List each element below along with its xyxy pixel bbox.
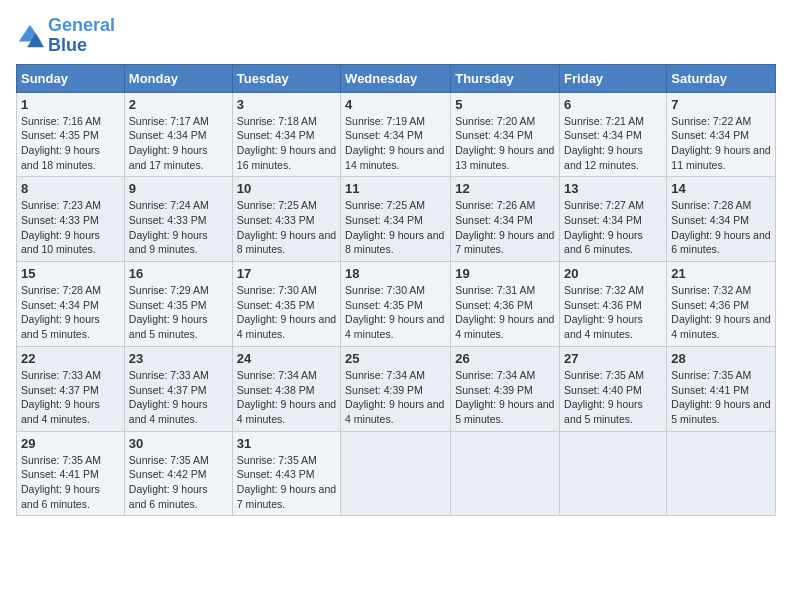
day-info: Sunrise: 7:29 AM Sunset: 4:35 PM Dayligh… — [129, 283, 228, 342]
weekday-header-tuesday: Tuesday — [232, 64, 340, 92]
calendar-cell: 23 Sunrise: 7:33 AM Sunset: 4:37 PM Dayl… — [124, 346, 232, 431]
calendar-cell: 15 Sunrise: 7:28 AM Sunset: 4:34 PM Dayl… — [17, 262, 125, 347]
day-number: 23 — [129, 351, 228, 366]
day-info: Sunrise: 7:30 AM Sunset: 4:35 PM Dayligh… — [345, 283, 446, 342]
day-number: 8 — [21, 181, 120, 196]
calendar-cell: 21 Sunrise: 7:32 AM Sunset: 4:36 PM Dayl… — [667, 262, 776, 347]
calendar-cell: 22 Sunrise: 7:33 AM Sunset: 4:37 PM Dayl… — [17, 346, 125, 431]
day-number: 18 — [345, 266, 446, 281]
day-number: 6 — [564, 97, 662, 112]
day-number: 4 — [345, 97, 446, 112]
logo: General Blue — [16, 16, 115, 56]
day-number: 14 — [671, 181, 771, 196]
calendar-cell: 8 Sunrise: 7:23 AM Sunset: 4:33 PM Dayli… — [17, 177, 125, 262]
calendar-cell: 28 Sunrise: 7:35 AM Sunset: 4:41 PM Dayl… — [667, 346, 776, 431]
logo-text: General Blue — [48, 16, 115, 56]
day-number: 29 — [21, 436, 120, 451]
day-number: 20 — [564, 266, 662, 281]
day-info: Sunrise: 7:28 AM Sunset: 4:34 PM Dayligh… — [21, 283, 120, 342]
day-info: Sunrise: 7:26 AM Sunset: 4:34 PM Dayligh… — [455, 198, 555, 257]
day-number: 10 — [237, 181, 336, 196]
weekday-header-saturday: Saturday — [667, 64, 776, 92]
calendar-cell: 11 Sunrise: 7:25 AM Sunset: 4:34 PM Dayl… — [341, 177, 451, 262]
calendar-cell: 17 Sunrise: 7:30 AM Sunset: 4:35 PM Dayl… — [232, 262, 340, 347]
weekday-header-wednesday: Wednesday — [341, 64, 451, 92]
calendar-cell: 9 Sunrise: 7:24 AM Sunset: 4:33 PM Dayli… — [124, 177, 232, 262]
day-info: Sunrise: 7:22 AM Sunset: 4:34 PM Dayligh… — [671, 114, 771, 173]
calendar-cell — [341, 431, 451, 516]
calendar-cell: 5 Sunrise: 7:20 AM Sunset: 4:34 PM Dayli… — [451, 92, 560, 177]
day-info: Sunrise: 7:35 AM Sunset: 4:43 PM Dayligh… — [237, 453, 336, 512]
day-info: Sunrise: 7:34 AM Sunset: 4:38 PM Dayligh… — [237, 368, 336, 427]
day-number: 24 — [237, 351, 336, 366]
day-number: 28 — [671, 351, 771, 366]
calendar-week-3: 15 Sunrise: 7:28 AM Sunset: 4:34 PM Dayl… — [17, 262, 776, 347]
calendar-cell: 6 Sunrise: 7:21 AM Sunset: 4:34 PM Dayli… — [560, 92, 667, 177]
calendar-cell: 16 Sunrise: 7:29 AM Sunset: 4:35 PM Dayl… — [124, 262, 232, 347]
weekday-header-monday: Monday — [124, 64, 232, 92]
calendar-cell — [667, 431, 776, 516]
day-number: 21 — [671, 266, 771, 281]
calendar-cell: 7 Sunrise: 7:22 AM Sunset: 4:34 PM Dayli… — [667, 92, 776, 177]
calendar-cell: 19 Sunrise: 7:31 AM Sunset: 4:36 PM Dayl… — [451, 262, 560, 347]
calendar-cell: 4 Sunrise: 7:19 AM Sunset: 4:34 PM Dayli… — [341, 92, 451, 177]
calendar-table: SundayMondayTuesdayWednesdayThursdayFrid… — [16, 64, 776, 517]
day-number: 31 — [237, 436, 336, 451]
day-number: 5 — [455, 97, 555, 112]
calendar-cell: 1 Sunrise: 7:16 AM Sunset: 4:35 PM Dayli… — [17, 92, 125, 177]
day-info: Sunrise: 7:21 AM Sunset: 4:34 PM Dayligh… — [564, 114, 662, 173]
day-number: 12 — [455, 181, 555, 196]
day-info: Sunrise: 7:34 AM Sunset: 4:39 PM Dayligh… — [455, 368, 555, 427]
day-info: Sunrise: 7:32 AM Sunset: 4:36 PM Dayligh… — [564, 283, 662, 342]
day-number: 16 — [129, 266, 228, 281]
calendar-cell: 27 Sunrise: 7:35 AM Sunset: 4:40 PM Dayl… — [560, 346, 667, 431]
day-info: Sunrise: 7:35 AM Sunset: 4:41 PM Dayligh… — [671, 368, 771, 427]
day-number: 2 — [129, 97, 228, 112]
day-number: 22 — [21, 351, 120, 366]
day-info: Sunrise: 7:30 AM Sunset: 4:35 PM Dayligh… — [237, 283, 336, 342]
day-info: Sunrise: 7:34 AM Sunset: 4:39 PM Dayligh… — [345, 368, 446, 427]
day-info: Sunrise: 7:19 AM Sunset: 4:34 PM Dayligh… — [345, 114, 446, 173]
calendar-cell — [560, 431, 667, 516]
day-info: Sunrise: 7:23 AM Sunset: 4:33 PM Dayligh… — [21, 198, 120, 257]
day-number: 17 — [237, 266, 336, 281]
day-number: 13 — [564, 181, 662, 196]
day-info: Sunrise: 7:32 AM Sunset: 4:36 PM Dayligh… — [671, 283, 771, 342]
day-info: Sunrise: 7:25 AM Sunset: 4:33 PM Dayligh… — [237, 198, 336, 257]
calendar-cell: 3 Sunrise: 7:18 AM Sunset: 4:34 PM Dayli… — [232, 92, 340, 177]
day-number: 19 — [455, 266, 555, 281]
calendar-week-5: 29 Sunrise: 7:35 AM Sunset: 4:41 PM Dayl… — [17, 431, 776, 516]
day-info: Sunrise: 7:25 AM Sunset: 4:34 PM Dayligh… — [345, 198, 446, 257]
calendar-cell: 26 Sunrise: 7:34 AM Sunset: 4:39 PM Dayl… — [451, 346, 560, 431]
day-number: 27 — [564, 351, 662, 366]
calendar-cell: 10 Sunrise: 7:25 AM Sunset: 4:33 PM Dayl… — [232, 177, 340, 262]
calendar-week-1: 1 Sunrise: 7:16 AM Sunset: 4:35 PM Dayli… — [17, 92, 776, 177]
weekday-header-thursday: Thursday — [451, 64, 560, 92]
calendar-header: SundayMondayTuesdayWednesdayThursdayFrid… — [17, 64, 776, 92]
day-number: 7 — [671, 97, 771, 112]
calendar-cell — [451, 431, 560, 516]
weekday-header-sunday: Sunday — [17, 64, 125, 92]
calendar-cell: 30 Sunrise: 7:35 AM Sunset: 4:42 PM Dayl… — [124, 431, 232, 516]
day-info: Sunrise: 7:16 AM Sunset: 4:35 PM Dayligh… — [21, 114, 120, 173]
page-header: General Blue — [16, 16, 776, 56]
day-number: 15 — [21, 266, 120, 281]
day-info: Sunrise: 7:27 AM Sunset: 4:34 PM Dayligh… — [564, 198, 662, 257]
day-info: Sunrise: 7:20 AM Sunset: 4:34 PM Dayligh… — [455, 114, 555, 173]
day-info: Sunrise: 7:18 AM Sunset: 4:34 PM Dayligh… — [237, 114, 336, 173]
calendar-cell: 14 Sunrise: 7:28 AM Sunset: 4:34 PM Dayl… — [667, 177, 776, 262]
calendar-cell: 31 Sunrise: 7:35 AM Sunset: 4:43 PM Dayl… — [232, 431, 340, 516]
calendar-cell: 2 Sunrise: 7:17 AM Sunset: 4:34 PM Dayli… — [124, 92, 232, 177]
day-info: Sunrise: 7:28 AM Sunset: 4:34 PM Dayligh… — [671, 198, 771, 257]
day-info: Sunrise: 7:35 AM Sunset: 4:41 PM Dayligh… — [21, 453, 120, 512]
calendar-cell: 12 Sunrise: 7:26 AM Sunset: 4:34 PM Dayl… — [451, 177, 560, 262]
calendar-week-2: 8 Sunrise: 7:23 AM Sunset: 4:33 PM Dayli… — [17, 177, 776, 262]
day-info: Sunrise: 7:35 AM Sunset: 4:42 PM Dayligh… — [129, 453, 228, 512]
weekday-header-friday: Friday — [560, 64, 667, 92]
calendar-cell: 25 Sunrise: 7:34 AM Sunset: 4:39 PM Dayl… — [341, 346, 451, 431]
day-number: 3 — [237, 97, 336, 112]
calendar-cell: 18 Sunrise: 7:30 AM Sunset: 4:35 PM Dayl… — [341, 262, 451, 347]
day-info: Sunrise: 7:17 AM Sunset: 4:34 PM Dayligh… — [129, 114, 228, 173]
day-number: 25 — [345, 351, 446, 366]
calendar-cell: 29 Sunrise: 7:35 AM Sunset: 4:41 PM Dayl… — [17, 431, 125, 516]
